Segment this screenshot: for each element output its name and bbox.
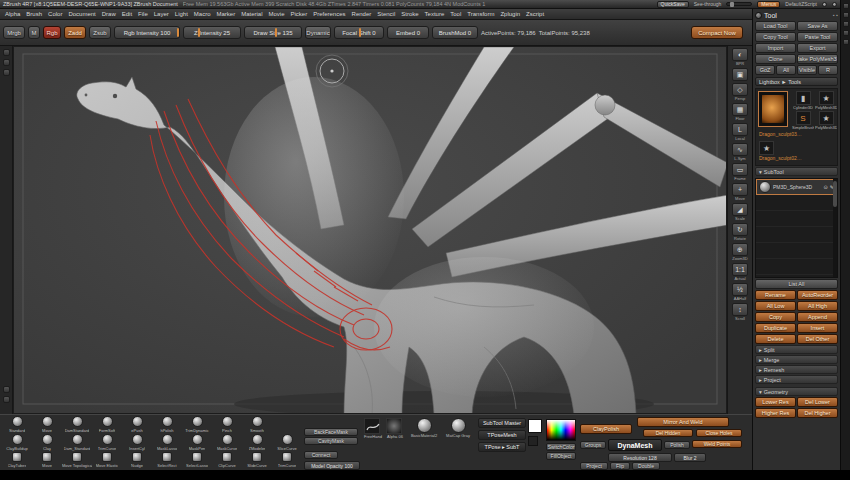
subtool-button[interactable]: All Low	[755, 301, 796, 311]
shelf-tool-icon[interactable]: L	[732, 123, 748, 136]
menus-button[interactable]: Menus	[757, 1, 780, 8]
material-item[interactable]: BasicMaterial2	[410, 418, 438, 438]
menu-item[interactable]: Marker	[213, 11, 238, 17]
brush-item[interactable]: Move Topological	[62, 452, 92, 468]
brush-thumbnail-icon[interactable]	[42, 452, 52, 462]
geometry-button[interactable]: Lower Res	[755, 397, 796, 407]
current-color-swatch[interactable]	[528, 419, 542, 433]
subtool-empty-row[interactable]	[756, 195, 837, 211]
tool-button[interactable]: Save As	[797, 21, 838, 31]
tool-button[interactable]: All	[776, 65, 796, 75]
brush-thumbnail-icon[interactable]	[162, 434, 173, 445]
menu-item[interactable]: Zplugin	[497, 11, 523, 17]
left-tray-icon[interactable]	[3, 386, 10, 393]
material-item[interactable]: MatCap Gray	[444, 418, 472, 438]
brush-thumbnail-icon[interactable]	[132, 416, 143, 427]
brush-thumbnail-icon[interactable]	[42, 434, 53, 445]
shelf-tool-icon[interactable]: ◐	[732, 48, 748, 61]
subtool-button[interactable]: Del Other	[797, 334, 838, 344]
tool-button[interactable]: R	[818, 65, 838, 75]
see-through-slider[interactable]	[726, 2, 752, 6]
brush-thumbnail-icon[interactable]	[72, 434, 83, 445]
menu-item[interactable]: Movie	[266, 11, 288, 17]
shelf-tool-icon[interactable]: ◇	[732, 83, 748, 96]
brush-thumbnail-icon[interactable]	[282, 452, 292, 462]
model-opacity-slider[interactable]: Model Opacity 100	[304, 461, 360, 470]
subtool-button[interactable]: Rename	[755, 290, 796, 300]
subtool-button[interactable]: Copy	[755, 312, 796, 322]
brush-thumbnail-icon[interactable]	[252, 416, 263, 427]
tool-button[interactable]: Copy Tool	[755, 32, 796, 42]
zplugin-button[interactable]: TPoseMesh	[478, 430, 526, 440]
brush-item[interactable]: Nudge	[122, 452, 152, 468]
shelf-tool-icon[interactable]: ▣	[732, 68, 748, 81]
dynamesh-double-toggle[interactable]: Double	[632, 462, 660, 470]
material-sphere-icon[interactable]	[417, 418, 432, 433]
brush-item[interactable]: TrimCurve	[272, 452, 302, 468]
stroke-icon[interactable]	[364, 418, 380, 434]
shelf-tool[interactable]: + Move	[732, 183, 748, 201]
tray-icon[interactable]	[843, 21, 849, 27]
brush-thumbnail-icon[interactable]	[132, 452, 142, 462]
subtool-button[interactable]: Append	[797, 312, 838, 322]
zsub-button[interactable]: Zsub	[89, 26, 111, 39]
menu-item[interactable]: Brush	[23, 11, 45, 17]
brush-item[interactable]: Standard	[2, 416, 32, 433]
subtool-button[interactable]: Delete	[755, 334, 796, 344]
collapsed-section[interactable]: ▸ Remesh	[755, 365, 838, 374]
brush-thumbnail-icon[interactable]	[222, 452, 232, 462]
connect-toggle[interactable]: Connect	[304, 451, 338, 459]
collapsed-section[interactable]: ▸ Split	[755, 345, 838, 354]
menu-item[interactable]: Preferences	[310, 11, 348, 17]
stroke-selector[interactable]: FreeHand	[364, 418, 382, 439]
menu-item[interactable]: Material	[238, 11, 265, 17]
current-tool-thumbnail[interactable]	[758, 91, 788, 127]
lightbox-tools-bar[interactable]: Lightbox ► Tools	[755, 77, 838, 86]
geometry-button[interactable]: Del Lower	[797, 397, 838, 407]
brush-thumbnail-icon[interactable]	[222, 434, 233, 445]
tray-icon[interactable]	[843, 39, 849, 45]
brush-item[interactable]: ZModeler	[242, 434, 272, 451]
shelf-tool[interactable]: ◐ BPR	[732, 48, 748, 66]
brush-item[interactable]: ClayBuildup	[2, 434, 32, 451]
brush-item[interactable]: ClayTubes	[2, 452, 32, 468]
menu-item[interactable]: Picker	[288, 11, 311, 17]
tool-palette-header[interactable]: Tool ▪ ▪	[755, 10, 838, 20]
dynamesh-button[interactable]: DynaMesh	[608, 439, 662, 451]
weld-points-button[interactable]: Weld Points	[692, 440, 742, 448]
tool-inventory-item[interactable]: ★ PolyMesh3D	[815, 111, 837, 130]
subtool-button[interactable]: Duplicate	[755, 323, 796, 333]
shelf-tool-icon[interactable]: +	[732, 183, 748, 196]
subtool-empty-row[interactable]	[756, 211, 837, 227]
current-tool-name[interactable]: Dragon_sculpt03…	[759, 131, 802, 137]
shelf-tool[interactable]: 1:1 Actual	[732, 263, 748, 281]
shelf-tool[interactable]: L Local	[732, 123, 748, 141]
menu-item[interactable]: Edit	[119, 11, 135, 17]
zadd-button[interactable]: Zadd	[64, 26, 86, 39]
tool-button[interactable]: Import	[755, 43, 796, 53]
shelf-tool-icon[interactable]: 1:1	[732, 263, 748, 276]
shelf-tool[interactable]: ◇ Persp	[732, 83, 748, 101]
mirror-and-weld-button[interactable]: Mirror And Weld	[637, 417, 729, 427]
menu-item[interactable]: Zscript	[523, 11, 547, 17]
brush-thumbnail-icon[interactable]	[102, 416, 113, 427]
left-tray-icon[interactable]	[3, 396, 10, 403]
brush-thumbnail-icon[interactable]	[162, 452, 172, 462]
tray-icon[interactable]	[843, 30, 849, 36]
tool-button[interactable]: Paste Tool	[797, 32, 838, 42]
dynamic-toggle[interactable]: Dynamic	[305, 26, 331, 39]
brush-item[interactable]: SliceCurve	[272, 434, 302, 451]
tray-icon[interactable]	[843, 12, 849, 18]
menu-item[interactable]: Document	[65, 11, 98, 17]
brush-item[interactable]: TrimDynamic	[182, 416, 212, 433]
list-all-button[interactable]: List All	[755, 279, 838, 289]
zplugin-button[interactable]: TPose ▸ SubT	[478, 442, 526, 452]
focal-shift-slider[interactable]: Focal Shift 0	[334, 26, 384, 39]
dynamesh-groups-toggle[interactable]: Groups	[580, 441, 606, 449]
menu-item[interactable]: Light	[172, 11, 191, 17]
tool-button[interactable]: Make PolyMesh3D	[797, 54, 838, 64]
dynamesh-resolution-slider[interactable]: Resolution 128	[608, 453, 672, 462]
shelf-tool[interactable]: ▭ Frame	[732, 163, 748, 181]
brushmod-slider[interactable]: BrushMod 0	[432, 26, 478, 39]
sculpt-canvas[interactable]	[13, 46, 727, 414]
